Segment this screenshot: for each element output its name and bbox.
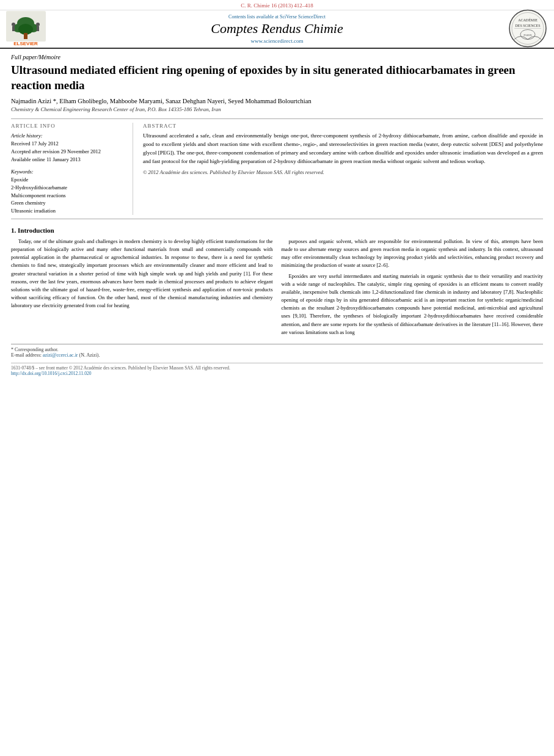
footer-bar: 1631-0748/$ – see front matter © 2012 Ac… <box>11 363 543 376</box>
received-date: Received 17 July 2012 <box>11 140 59 147</box>
right-badge: ACADÉMIE DES SCIENCES PARIS <box>508 9 548 49</box>
svg-text:ACADÉMIE: ACADÉMIE <box>518 17 538 21</box>
intro-right-text: purposes and organic solvent, which are … <box>282 238 544 336</box>
email-link[interactable]: azizi@ccerci.ac.ir <box>43 352 78 358</box>
abstract-label: Abstract <box>143 123 543 129</box>
keywords-label: Keywords: <box>11 168 125 176</box>
intro-left-col: Today, one of the ultimate goals and cha… <box>11 238 273 339</box>
journal-center: Contents lists available at SciVerse Sci… <box>211 14 343 44</box>
sciverse-prefix: Contents lists available at <box>228 14 279 20</box>
email-label: E-mail address: <box>11 352 43 358</box>
svg-point-6 <box>12 23 15 26</box>
divider-2 <box>11 219 543 219</box>
svg-point-8 <box>36 23 40 26</box>
footer-doi[interactable]: http://dx.doi.org/10.1016/j.crci.2012.11… <box>11 371 543 376</box>
accepted-date: Accepted after revision 29 November 2012 <box>11 148 101 154</box>
corresponding-note: * Corresponding author. <box>11 347 543 352</box>
article-info-label: Article Info <box>11 123 125 129</box>
abstract-column: Abstract Ultrasound accelerated a safe, … <box>143 123 543 215</box>
authors: Najmadin Azizi *, Elham Gholibeglo, Mahb… <box>11 98 543 104</box>
article-info-abstract: Article Info Article history: Received 1… <box>11 123 543 215</box>
history-section: Article history: Received 17 July 2012 A… <box>11 132 125 163</box>
paper-type: Full paper/Mémoire <box>11 54 543 60</box>
keywords-section: Keywords: Epoxide 2-Hydroxydithiocarbama… <box>11 168 125 215</box>
elsevier-logo-svg: ELSEVIER <box>6 11 46 48</box>
sciverse-line: Contents lists available at SciVerse Sci… <box>211 14 343 20</box>
history-label: Article history: <box>11 133 43 139</box>
email-note: E-mail address: azizi@ccerci.ac.ir (N. A… <box>11 352 543 358</box>
available-date: Available online 11 January 2013 <box>11 156 81 162</box>
intro-left-paragraph: Today, one of the ultimate goals and cha… <box>11 238 273 310</box>
paper-title: Ultrasound mediated efficient ring openi… <box>11 63 543 93</box>
intro-left-text: Today, one of the ultimate goals and cha… <box>11 238 273 310</box>
abstract-text: Ultrasound accelerated a safe, clean and… <box>143 132 543 166</box>
keyword-ultrasonic: Ultrasonic irradiation <box>11 207 125 215</box>
introduction-section: 1. Introduction Today, one of the ultima… <box>11 227 543 339</box>
content-area: Full paper/Mémoire Ultrasound mediated e… <box>0 49 554 381</box>
intro-right-para-1: purposes and organic solvent, which are … <box>282 238 544 270</box>
svg-rect-7 <box>12 26 15 31</box>
page: C. R. Chimie 16 (2013) 412–418 ELSEVIER <box>0 0 554 756</box>
keyword-epoxide: Epoxide <box>11 176 125 184</box>
affiliation: Chemistry & Chemical Engineering Researc… <box>11 106 543 112</box>
svg-rect-5 <box>24 33 27 39</box>
email-name: (N. Azizi). <box>79 352 100 358</box>
svg-text:ELSEVIER: ELSEVIER <box>13 41 38 46</box>
journal-url[interactable]: www.sciencedirect.com <box>211 38 343 44</box>
elsevier-logo: ELSEVIER <box>6 11 46 48</box>
keywords-heading: Keywords: <box>11 169 34 175</box>
footnote-area: * Corresponding author. E-mail address: … <box>11 344 543 358</box>
keyword-multicomponent: Multicomponent reactions <box>11 192 125 200</box>
keyword-green-chemistry: Green chemistry <box>11 199 125 207</box>
svg-rect-9 <box>37 26 39 31</box>
introduction-heading: 1. Introduction <box>11 227 543 234</box>
citation-bar: C. R. Chimie 16 (2013) 412–418 <box>0 0 554 10</box>
article-info-column: Article Info Article history: Received 1… <box>11 123 133 215</box>
journal-header: ELSEVIER Contents lists available at Sci… <box>0 10 554 49</box>
svg-text:DES SCIENCES: DES SCIENCES <box>515 23 540 27</box>
abstract-copyright: © 2012 Académie des sciences. Published … <box>143 169 543 175</box>
introduction-columns: Today, one of the ultimate goals and cha… <box>11 238 543 339</box>
journal-title: Comptes Rendus Chimie <box>211 21 343 37</box>
svg-text:PARIS: PARIS <box>523 33 532 36</box>
intro-right-col: purposes and organic solvent, which are … <box>282 238 544 339</box>
footer-issn: 1631-0748/$ – see front matter © 2012 Ac… <box>11 365 543 371</box>
citation-text: C. R. Chimie 16 (2013) 412–418 <box>241 2 313 9</box>
academy-badge-svg: ACADÉMIE DES SCIENCES PARIS <box>508 9 548 48</box>
divider <box>11 118 543 119</box>
sciverse-link[interactable]: SciVerse ScienceDirect <box>280 14 326 20</box>
intro-right-para-2: Epoxides are very useful intermediates a… <box>282 272 544 336</box>
keyword-2-hydroxy: 2-Hydroxydithiocarbamate <box>11 184 125 192</box>
